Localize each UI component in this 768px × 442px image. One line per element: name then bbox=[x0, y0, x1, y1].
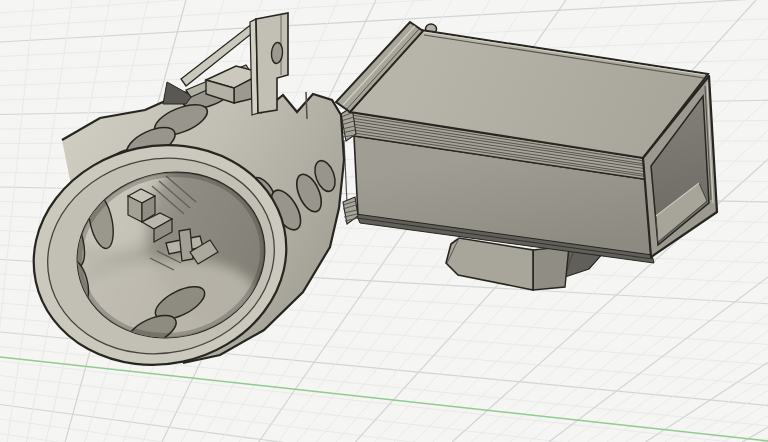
grid-line bbox=[0, 361, 768, 442]
grid-line bbox=[0, 0, 768, 28]
grid-line bbox=[762, 0, 768, 442]
grid-line bbox=[0, 390, 768, 442]
antenna-pin bbox=[306, 92, 307, 119]
lug-front-face[interactable] bbox=[446, 238, 533, 290]
lug-right-face[interactable] bbox=[533, 246, 569, 290]
cad-viewport[interactable]: Perspective CAD view of a two-part assem… bbox=[0, 0, 768, 442]
grid-line bbox=[742, 0, 768, 442]
shroud-part[interactable] bbox=[13, 13, 344, 388]
grid-line bbox=[0, 0, 768, 13]
grid-line bbox=[0, 0, 768, 42]
receiver-box-part[interactable] bbox=[336, 22, 717, 290]
green-axis-line bbox=[0, 357, 768, 441]
